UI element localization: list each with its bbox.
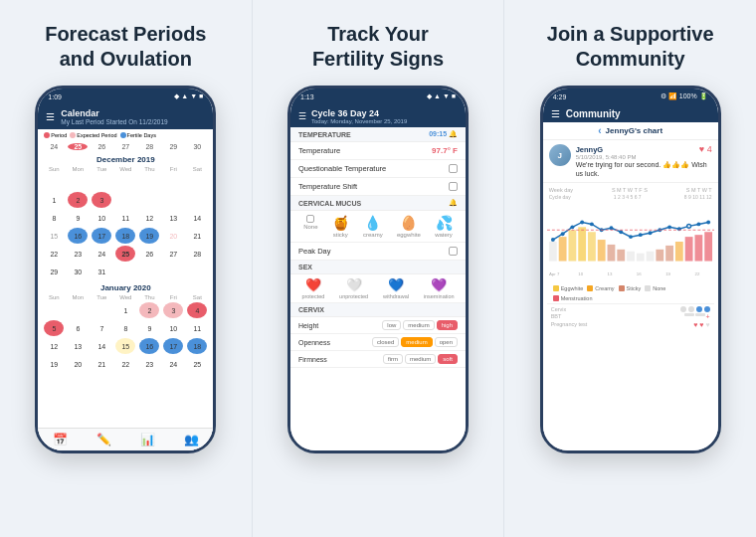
firmness-soft[interactable]: soft <box>438 354 458 364</box>
chart-week-labels: Week day S M T W T F S S M T W T <box>547 187 714 193</box>
chart-bottom-data: Cervix BBT + <box>547 303 714 330</box>
sex-options-row: ❤️ protected 🤍 unprotected 💙 withdrawal … <box>290 274 466 303</box>
svg-point-26 <box>638 233 642 237</box>
mucus-watery[interactable]: 💦 watery <box>435 215 453 238</box>
chart-area: Week day S M T W T F S S M T W T Cycle d… <box>543 183 718 332</box>
community-header: ☰ Community <box>543 104 718 122</box>
nav-chart-icon[interactable]: 📊 <box>140 433 155 447</box>
row-openness[interactable]: Openness closed medium open <box>290 334 466 351</box>
height-low[interactable]: low <box>382 320 401 330</box>
nav-calendar-icon[interactable]: 📅 <box>53 433 68 447</box>
user-post-row: J JennyG ♥ 4 5/10/2019, 5:48:40 PM We're… <box>543 140 718 183</box>
sex-protected[interactable]: ❤️ protected <box>301 277 324 299</box>
user-content: JennyG ♥ 4 5/10/2019, 5:48:40 PM We're t… <box>576 144 712 178</box>
height-medium[interactable]: medium <box>403 320 434 330</box>
username: JennyG <box>576 145 604 154</box>
row-temp-shift[interactable]: Temperature Shift <box>290 178 466 196</box>
mucus-creamy[interactable]: 💧 creamy <box>363 215 383 238</box>
svg-point-27 <box>648 231 652 235</box>
sex-insemination[interactable]: 💜 insemination <box>424 277 455 299</box>
svg-rect-14 <box>684 237 692 261</box>
firmness-firm[interactable]: firm <box>383 354 403 364</box>
openness-closed[interactable]: closed <box>372 337 399 347</box>
mucus-sticky[interactable]: 🍯 sticky <box>332 215 349 238</box>
nav-community-icon[interactable]: 👥 <box>184 433 199 447</box>
heart-icon[interactable]: ♥ 4 <box>699 144 712 154</box>
cal-month-jan: January 2020 <box>38 280 213 293</box>
height-options: low medium high <box>382 320 458 330</box>
checkbox-shift[interactable] <box>449 182 458 191</box>
svg-rect-13 <box>675 242 683 262</box>
svg-point-23 <box>609 227 613 231</box>
svg-point-18 <box>560 232 564 236</box>
svg-rect-6 <box>607 245 615 262</box>
post-text: We're trying for our second. 👍👍👍 Wish us… <box>576 160 712 178</box>
sex-unprotected[interactable]: 🤍 unprotected <box>339 277 368 299</box>
nav-edit-icon[interactable]: ✏️ <box>96 433 111 447</box>
svg-rect-11 <box>656 250 663 262</box>
panel-community-title: Join a Supportive Community <box>547 22 714 72</box>
svg-rect-4 <box>588 232 596 261</box>
row-questionable-temp[interactable]: Questionable Temperature <box>290 160 466 178</box>
svg-rect-2 <box>568 230 576 261</box>
openness-options: closed medium open <box>372 337 458 347</box>
panel-forecast-title: Forecast Periods and Ovulation <box>45 22 206 72</box>
row-temperature[interactable]: Temperature 97.7° F <box>290 142 466 160</box>
cycle-subtitle: Today: Monday, November 25, 2019 <box>311 118 407 124</box>
svg-text:13: 13 <box>607 271 612 276</box>
cal-week-dec-5: 22232425262728 <box>38 245 213 263</box>
panel-community: Join a Supportive Community 4:29 ⚙ 📶 100… <box>503 0 756 537</box>
fertility-header: ☰ Cycle 36 Day 24 Today: Monday, Novembe… <box>290 104 466 127</box>
openness-open[interactable]: open <box>435 337 458 347</box>
svg-text:Apr 7: Apr 7 <box>549 271 560 276</box>
mucus-none[interactable]: None <box>303 215 317 238</box>
row-firmness[interactable]: Firmness firm medium soft <box>290 351 466 368</box>
row-peak-day[interactable]: Peak Day <box>290 243 466 261</box>
svg-point-24 <box>619 230 623 234</box>
svg-text:10: 10 <box>578 271 583 276</box>
panel-fertility-title: Track Your Fertility Signs <box>312 22 444 72</box>
svg-rect-12 <box>665 246 673 262</box>
legend-eggwhite: Eggwhite <box>553 285 584 291</box>
svg-point-19 <box>570 226 574 230</box>
legend-none: None <box>645 285 665 291</box>
phone-community: 4:29 ⚙ 📶 100% 🔋 ☰ Community ‹ JennyG's c… <box>540 86 721 453</box>
mucus-eggwhite[interactable]: 🥚 eggwhite <box>397 215 421 238</box>
calendar-screen: ☰ Calendar My Last Period Started On 11/… <box>38 104 213 450</box>
cal-week-jan-1: 1234 <box>38 301 213 319</box>
bottom-nav-1[interactable]: 📅 ✏️ 📊 👥 <box>38 428 213 450</box>
svg-rect-3 <box>578 228 586 262</box>
checkbox-peak[interactable] <box>449 247 458 256</box>
back-arrow-icon[interactable]: ‹ <box>598 125 601 136</box>
legend-creamy: Creamy <box>587 285 614 291</box>
calendar-legend: Period Expected Period Fertile Days <box>38 129 213 141</box>
cal-week-dec-3: 891011121314 <box>38 209 213 227</box>
community-title: Community <box>566 108 621 119</box>
svg-point-32 <box>696 223 700 227</box>
cal-week-dec-6: 293031 <box>38 263 213 280</box>
legend-sticky: Sticky <box>619 285 642 291</box>
firmness-medium[interactable]: medium <box>405 354 436 364</box>
svg-text:22: 22 <box>694 271 699 276</box>
sex-withdrawal[interactable]: 💙 withdrawal <box>383 277 409 299</box>
openness-medium[interactable]: medium <box>401 337 432 347</box>
svg-point-25 <box>629 235 633 239</box>
svg-point-30 <box>677 228 681 232</box>
legend-fertile: Fertile Days <box>120 132 156 138</box>
mucus-options-row: None 🍯 sticky 💧 creamy 🥚 eggwhite 💦 wate… <box>290 211 466 243</box>
row-height[interactable]: Height low medium high <box>290 317 466 334</box>
svg-text:19: 19 <box>665 271 670 276</box>
cal-subtitle: My Last Period Started On 11/2/2019 <box>61 118 167 125</box>
phone-calendar: 1:09 ◆ ▲ ▼ ■ ☰ Calendar My Last Period S… <box>35 86 216 453</box>
svg-point-31 <box>686 225 690 229</box>
legend-expected: Expected Period <box>70 132 116 138</box>
calendar-header: ☰ Calendar My Last Period Started On 11/… <box>38 104 213 129</box>
height-high[interactable]: high <box>437 320 458 330</box>
community-chart: Apr 7 10 13 16 19 22 <box>547 202 714 281</box>
checkbox-questionable[interactable] <box>449 164 458 173</box>
cal-mini-week: 24252627282930 <box>38 141 213 152</box>
cal-grid-header-jan: SunMonTueWedThuFriSat <box>38 293 213 301</box>
chart-cycle-labels: Cycle day 1 2 3 4 5 6 7 8 9 10 11 12 <box>547 194 714 200</box>
community-screen: ☰ Community ‹ JennyG's chart J JennyG ♥ … <box>543 104 718 450</box>
user-avatar: J <box>549 144 571 166</box>
